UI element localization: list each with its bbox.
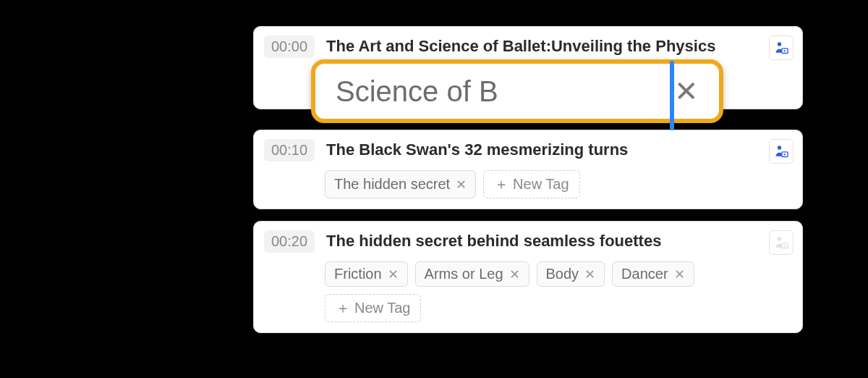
segment-title[interactable]: The Art and Science of Ballet:Unveiling … <box>326 37 715 56</box>
tag-label: The hidden secret <box>334 176 450 193</box>
tag-label: Arms or Leg <box>425 266 503 282</box>
remove-tag-icon[interactable]: ✕ <box>509 268 520 281</box>
tags-row: The hidden secret ✕ ＋ New Tag <box>325 170 763 198</box>
remove-tag-icon[interactable]: ✕ <box>388 268 399 281</box>
tag-label: Body <box>546 266 579 282</box>
person-play-icon <box>774 235 788 250</box>
person-play-icon-button[interactable] <box>769 139 793 164</box>
tag-label: Dancer <box>621 266 668 282</box>
timestamp-badge[interactable]: 00:00 <box>264 35 315 58</box>
new-tag-label: New Tag <box>354 300 410 316</box>
new-tag-button[interactable]: ＋ New Tag <box>483 170 579 198</box>
person-play-icon-button[interactable] <box>769 35 793 60</box>
tag-chip[interactable]: Dancer ✕ <box>612 261 694 287</box>
tag-edit-input-text[interactable]: Science of B <box>336 75 671 108</box>
tag-label: Friction <box>334 266 382 282</box>
timestamp-badge[interactable]: 00:20 <box>264 230 315 253</box>
segment-header: 00:00 The Art and Science of Ballet:Unve… <box>264 35 763 58</box>
svg-point-4 <box>778 237 781 240</box>
remove-tag-icon[interactable]: ✕ <box>674 268 685 281</box>
tag-chip[interactable]: Body ✕ <box>537 261 605 287</box>
segment-card[interactable]: 00:10 The Black Swan's 32 mesmerizing tu… <box>253 130 803 209</box>
svg-point-2 <box>778 146 781 149</box>
new-tag-button[interactable]: ＋ New Tag <box>325 294 421 322</box>
svg-point-0 <box>778 42 781 46</box>
segment-header: 00:20 The hidden secret behind seamless … <box>264 230 763 253</box>
plus-icon: ＋ <box>494 175 509 194</box>
timestamp-badge[interactable]: 00:10 <box>264 139 315 161</box>
segment-header: 00:10 The Black Swan's 32 mesmerizing tu… <box>264 139 763 161</box>
plus-icon: ＋ <box>336 298 350 318</box>
new-tag-label: New Tag <box>513 176 569 193</box>
person-play-icon <box>774 144 788 159</box>
remove-tag-icon[interactable]: ✕ <box>456 178 467 191</box>
tag-chip[interactable]: Arms or Leg ✕ <box>415 261 529 287</box>
tag-chip[interactable]: Friction ✕ <box>325 261 408 287</box>
text-caret <box>670 61 674 130</box>
tag-edit-input-overlay[interactable]: Science of B ✕ <box>311 59 723 123</box>
remove-tag-icon[interactable]: ✕ <box>584 268 595 281</box>
segment-title[interactable]: The Black Swan's 32 mesmerizing turns <box>326 140 628 159</box>
segment-title[interactable]: The hidden secret behind seamless fouett… <box>326 232 661 251</box>
clear-input-icon[interactable]: ✕ <box>674 77 699 106</box>
person-play-icon <box>774 41 788 55</box>
person-play-icon-button[interactable] <box>769 230 793 255</box>
tag-chip[interactable]: The hidden secret ✕ <box>325 170 476 198</box>
tags-row: Friction ✕ Arms or Leg ✕ Body ✕ Dancer ✕… <box>325 261 763 322</box>
segment-card[interactable]: 00:20 The hidden secret behind seamless … <box>253 221 803 333</box>
